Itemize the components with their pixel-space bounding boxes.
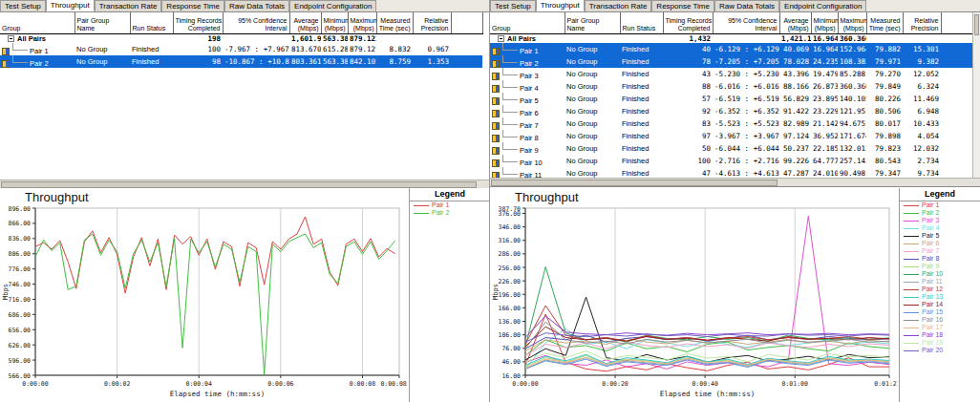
tab-test-setup[interactable]: Test Setup <box>490 0 536 11</box>
cell: 99.226 <box>779 155 811 167</box>
table-row[interactable]: Pair 10No GroupFinished100-2.716 : +2.71… <box>490 155 972 167</box>
svg-text:346.00: 346.00 <box>499 223 522 231</box>
tab-test-setup[interactable]: Test Setup <box>0 0 46 11</box>
cell: 26.873 <box>811 80 838 93</box>
svg-text:Mbps: Mbps <box>2 284 10 300</box>
cell: No Group <box>565 55 620 68</box>
tab-throughput[interactable]: Throughput <box>536 0 585 11</box>
table-row[interactable]: Pair 1No GroupFinished40-6.129 : +6.1294… <box>490 43 972 55</box>
tab-throughput[interactable]: Throughput <box>46 0 95 11</box>
column-header[interactable]: Group <box>0 12 75 33</box>
column-header[interactable]: Minimum(Mbps) <box>811 12 838 33</box>
table-row[interactable]: Pair 5No GroupFinished57-6.519 : +6.5195… <box>490 93 972 105</box>
column-header[interactable]: MeasuredTime (sec) <box>866 12 903 33</box>
column-header[interactable]: Run Status <box>620 12 663 33</box>
table-header: GroupPair GroupNameRun StatusTiming Reco… <box>0 12 482 33</box>
tab-endpoint-configuration[interactable]: Endpoint Configuration <box>779 0 866 11</box>
table-row[interactable]: Pair 4No GroupFinished88-6.016 : +6.0168… <box>490 80 972 93</box>
table-row[interactable]: Pair 11No GroupFinished47-4.613 : +4.613… <box>490 167 972 178</box>
all-pairs-row[interactable]: All Pairs1,4321,421.12916.964360.360 <box>490 33 972 43</box>
cell: 88 <box>663 80 713 93</box>
cell <box>941 155 972 167</box>
column-header[interactable]: RelativePrecision <box>413 12 451 33</box>
column-header[interactable]: Pair GroupName <box>565 12 620 33</box>
cell <box>941 80 972 93</box>
svg-text:686.00: 686.00 <box>9 311 32 319</box>
cell: 43 <box>663 68 713 80</box>
table-row[interactable]: Pair 8No GroupFinished97-3.967 : +3.9679… <box>490 130 972 142</box>
svg-text:0:00:06: 0:00:06 <box>267 380 293 388</box>
legend-line-swatch <box>904 350 919 351</box>
collapse-icon[interactable] <box>498 35 504 42</box>
cell: No Group <box>565 105 620 117</box>
table-row[interactable]: Pair 1No GroupFinished100-7.967 : +7.967… <box>0 43 482 55</box>
cell: 100 <box>173 43 223 55</box>
column-header[interactable]: Timing RecordsCompleted <box>173 12 223 33</box>
table-row[interactable]: Pair 9No GroupFinished50-6.044 : +6.0445… <box>490 142 972 155</box>
column-header[interactable]: Maximum(Mbps) <box>348 12 376 33</box>
tab-response-time[interactable]: Response Time <box>651 0 714 11</box>
table-row[interactable]: Pair 6No GroupFinished92-6.352 : +6.3529… <box>490 105 972 117</box>
column-header[interactable]: MeasuredTime (sec) <box>376 12 413 33</box>
table-row[interactable]: Pair 3No GroupFinished43-5.230 : +5.2304… <box>490 68 972 80</box>
svg-text:866.00: 866.00 <box>9 220 32 227</box>
table-chart-splitter[interactable] <box>490 178 980 187</box>
column-header[interactable]: Average(Mbps) <box>289 12 321 33</box>
collapse-icon[interactable] <box>8 35 14 42</box>
cell: 47 <box>663 167 713 178</box>
results-table: GroupPair GroupNameRun StatusTiming Reco… <box>490 12 973 178</box>
cell: 100 <box>663 155 713 167</box>
cell: No Group <box>565 80 620 93</box>
cell: -5.230 : +5.230 <box>713 68 779 80</box>
column-header[interactable]: 95% ConfidenceInterval <box>223 12 289 33</box>
cell: Finished <box>620 93 663 105</box>
cell <box>941 68 972 80</box>
table-row[interactable]: Pair 7No GroupFinished83-5.523 : +5.5238… <box>490 117 972 130</box>
cell: 563.380 <box>321 55 348 68</box>
legend-item: Pair 2 <box>410 209 490 217</box>
column-header[interactable]: Maximum(Mbps) <box>838 12 866 33</box>
tab-response-time[interactable]: Response Time <box>161 0 224 11</box>
cell: Finished <box>620 105 663 117</box>
cell: 803.361 <box>289 55 321 68</box>
cell: Finished <box>620 130 663 142</box>
tab-raw-data-totals[interactable]: Raw Data Totals <box>714 0 779 11</box>
cell: 50.237 <box>779 142 811 155</box>
tab-transaction-rate[interactable]: Transaction Rate <box>95 0 162 11</box>
tab-endpoint-configuration[interactable]: Endpoint Configuration <box>289 0 376 11</box>
table-row[interactable]: Pair 2No GroupFinished78-7.205 : +7.2057… <box>490 55 972 68</box>
legend-item: Pair 2 <box>900 209 980 217</box>
cell: 79.347 <box>866 167 903 178</box>
legend-line-swatch <box>904 251 919 252</box>
cell: No Group <box>565 68 620 80</box>
column-header[interactable]: Average(Mbps) <box>779 12 811 33</box>
cell: No Group <box>565 167 620 178</box>
all-pairs-row[interactable]: All Pairs1981,601.942563.380879.121 <box>0 33 482 43</box>
cell: No Group <box>565 43 620 55</box>
svg-text:0:00:04: 0:00:04 <box>186 380 212 388</box>
vertical-scrollbar-thumb[interactable] <box>974 14 979 35</box>
column-header[interactable]: 95% ConfidenceInterval <box>713 12 779 33</box>
column-header[interactable]: Run Status <box>130 12 173 33</box>
results-table-wrap: GroupPair GroupNameRun StatusTiming Reco… <box>0 12 490 180</box>
cell: 12.032 <box>903 142 941 155</box>
cell: 360.360 <box>838 80 866 93</box>
column-header[interactable]: Pair GroupName <box>75 12 130 33</box>
table-row[interactable]: Pair 2No GroupFinished98-10.867 : +10.86… <box>0 55 482 68</box>
horizontal-scrollbar-thumb[interactable] <box>1 181 477 188</box>
legend-item: Pair 13 <box>900 293 980 301</box>
column-header[interactable]: Timing RecordsCompleted <box>663 12 713 33</box>
svg-text:806.00: 806.00 <box>9 250 32 258</box>
column-header[interactable]: RelativePrecision <box>903 12 941 33</box>
horizontal-scrollbar-thumb[interactable] <box>491 180 778 186</box>
column-header[interactable]: Minimum(Mbps) <box>321 12 348 33</box>
cell <box>941 130 972 142</box>
tab-raw-data-totals[interactable]: Raw Data Totals <box>224 0 289 11</box>
cell: 10.433 <box>903 117 941 130</box>
vertical-scrollbar[interactable] <box>972 12 980 178</box>
tab-bar: Test SetupThroughputTransaction RateResp… <box>0 0 490 12</box>
cell: 152.964 <box>838 43 866 55</box>
svg-text:0:00:08.9: 0:00:08.9 <box>380 380 408 388</box>
column-header[interactable]: Group <box>490 12 565 33</box>
tab-transaction-rate[interactable]: Transaction Rate <box>585 0 652 11</box>
